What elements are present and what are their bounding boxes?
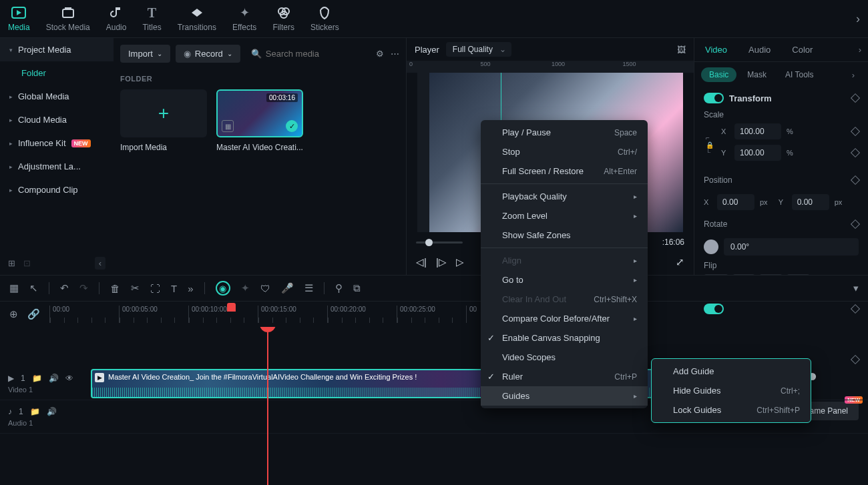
more-icon[interactable]: ⋯ bbox=[391, 49, 399, 59]
track-link-icon[interactable]: 🔗 bbox=[27, 308, 40, 320]
search-media[interactable]: 🔍 bbox=[246, 46, 371, 61]
shield-icon[interactable]: 🛡 bbox=[260, 283, 270, 294]
clip-play-icon: ▶ bbox=[95, 373, 104, 382]
rotate-input[interactable] bbox=[724, 238, 859, 256]
timeline-ruler[interactable]: 00:00 00:00:05:00 00:00:10:00 00:00:15:0… bbox=[49, 306, 859, 323]
mic-icon[interactable]: 🎤 bbox=[281, 282, 294, 294]
menu-compare-color[interactable]: Compare Color Before/After▸ bbox=[481, 309, 648, 328]
playhead-line[interactable]: ✂ bbox=[267, 327, 268, 485]
marker-icon[interactable]: ▾ bbox=[853, 282, 859, 294]
tab-effects[interactable]: ✦ Effects bbox=[232, 5, 256, 32]
sidebar-compound-clip[interactable]: ▸Compound Clip bbox=[0, 178, 114, 201]
menu-fullscreen[interactable]: Full Screen / RestoreAlt+Enter bbox=[481, 161, 648, 181]
sidebar-project-media[interactable]: ▾Project Media bbox=[0, 38, 114, 61]
sidebar-global-media[interactable]: ▸Global Media bbox=[0, 85, 114, 108]
delete-icon[interactable]: 🗑 bbox=[110, 283, 120, 294]
next-frame-icon[interactable]: |▷ bbox=[436, 256, 447, 268]
tab-transitions[interactable]: Transitions bbox=[178, 5, 216, 32]
snapshot-icon[interactable]: 🖼 bbox=[677, 45, 686, 55]
tab-audio[interactable]: Audio bbox=[106, 5, 127, 32]
zoom-slider[interactable] bbox=[416, 241, 463, 244]
media-clip-card[interactable]: 00:03:16 ▦ ✓ Master AI Video Creati... bbox=[216, 89, 303, 152]
playhead[interactable] bbox=[227, 303, 236, 312]
scale-x-input[interactable] bbox=[734, 123, 781, 139]
ai-icon[interactable]: ◉ bbox=[216, 281, 230, 296]
toolbar-more-icon[interactable]: › bbox=[856, 12, 860, 26]
transform-toggle[interactable] bbox=[704, 93, 724, 103]
subtab-mask[interactable]: Mask bbox=[739, 67, 775, 82]
search-input[interactable] bbox=[266, 49, 365, 59]
collapse-sidebar-icon[interactable]: ‹ bbox=[95, 257, 105, 270]
pointer-icon[interactable]: ↖ bbox=[29, 282, 38, 294]
tab-video[interactable]: Video bbox=[694, 38, 738, 61]
pos-x-input[interactable] bbox=[717, 194, 754, 210]
folder-icon[interactable]: 📁 bbox=[32, 374, 42, 383]
menu-hide-guides[interactable]: Hide GuidesCtrl+; bbox=[652, 381, 811, 400]
more-tools-icon[interactable]: » bbox=[188, 283, 193, 294]
list-icon[interactable]: ☰ bbox=[304, 282, 313, 294]
keyframe-icon[interactable] bbox=[851, 219, 860, 229]
import-button[interactable]: Import⌄ bbox=[120, 45, 170, 63]
tab-audio-inspector[interactable]: Audio bbox=[738, 38, 781, 61]
new-bin-icon[interactable]: ⊡ bbox=[23, 258, 31, 268]
keyframe-icon[interactable] bbox=[851, 93, 860, 103]
pos-y-input[interactable] bbox=[792, 194, 829, 210]
play-icon[interactable]: ▷ bbox=[456, 256, 464, 268]
tab-stock-media[interactable]: Stock Media bbox=[46, 5, 90, 32]
subtab-ai-tools[interactable]: AI Tools bbox=[777, 67, 821, 82]
sidebar-folder[interactable]: Folder bbox=[0, 61, 114, 85]
folder-icon[interactable]: 📁 bbox=[30, 407, 40, 416]
tab-stickers[interactable]: Stickers bbox=[310, 5, 339, 32]
sparkle-icon[interactable]: ✦ bbox=[241, 282, 250, 294]
menu-add-guide[interactable]: Add Guide bbox=[652, 362, 811, 381]
menu-goto[interactable]: Go to▸ bbox=[481, 270, 648, 290]
menu-guides[interactable]: Guides▸ bbox=[481, 386, 648, 406]
rotate-dial[interactable] bbox=[704, 239, 718, 254]
prev-frame-icon[interactable]: ◁| bbox=[416, 256, 427, 268]
keyframe-icon[interactable] bbox=[851, 127, 860, 136]
new-folder-icon[interactable]: ⊞ bbox=[8, 258, 15, 268]
menu-ruler[interactable]: ✓RulerCtrl+P bbox=[481, 367, 648, 386]
expand-icon[interactable]: ⤢ bbox=[676, 256, 684, 268]
audio-icon: ♪ bbox=[8, 407, 12, 416]
menu-zoom-level[interactable]: Zoom Level▸ bbox=[481, 206, 648, 225]
text-icon[interactable]: T bbox=[171, 283, 177, 294]
chevron-right-icon[interactable]: › bbox=[845, 70, 861, 80]
chevron-right-icon[interactable]: › bbox=[852, 45, 868, 55]
filter-icon[interactable]: ⚙ bbox=[376, 49, 384, 59]
menu-video-scopes[interactable]: Video Scopes bbox=[481, 348, 648, 367]
scale-y-input[interactable] bbox=[734, 145, 781, 161]
import-media-card[interactable]: + Import Media bbox=[120, 89, 207, 152]
tab-color[interactable]: Color bbox=[781, 38, 823, 61]
cut-icon[interactable]: ✂ bbox=[131, 282, 140, 294]
menu-lock-guides[interactable]: Lock GuidesCtrl+Shift+P bbox=[652, 400, 811, 420]
subtab-basic[interactable]: Basic bbox=[701, 67, 736, 82]
keyframe-icon[interactable] bbox=[851, 175, 860, 185]
link-icon[interactable]: ⧉ bbox=[353, 282, 361, 294]
layout-icon[interactable]: ▦ bbox=[9, 282, 19, 294]
crop-icon[interactable]: ⛶ bbox=[150, 283, 160, 294]
menu-stop[interactable]: StopCtrl+/ bbox=[481, 142, 648, 161]
keyframe-icon[interactable] bbox=[851, 148, 860, 157]
menu-playback-quality[interactable]: Playback Quality▸ bbox=[481, 187, 648, 206]
record-button[interactable]: ◉Record⌄ bbox=[176, 45, 240, 63]
quality-dropdown[interactable]: Full Quality bbox=[446, 42, 511, 57]
sidebar-influence-kit[interactable]: ▸Influence KitNEW bbox=[0, 131, 114, 155]
link-icon[interactable]: ⌐🔒└ bbox=[704, 134, 716, 156]
mute-icon[interactable]: 🔊 bbox=[49, 374, 59, 383]
sidebar-cloud-media[interactable]: ▸Cloud Media bbox=[0, 108, 114, 131]
menu-safe-zones[interactable]: Show Safe Zones bbox=[481, 225, 648, 245]
magnet-icon[interactable]: ⚲ bbox=[335, 282, 343, 294]
redo-icon[interactable]: ↷ bbox=[79, 282, 88, 294]
tab-titles[interactable]: T Titles bbox=[142, 5, 161, 32]
menu-play-pause[interactable]: Play / PauseSpace bbox=[481, 123, 648, 142]
track-add-icon[interactable]: ⊕ bbox=[9, 308, 18, 320]
undo-icon[interactable]: ↶ bbox=[60, 282, 69, 294]
tab-media[interactable]: Media bbox=[8, 5, 30, 32]
menu-canvas-snapping[interactable]: ✓Enable Canvas Snapping bbox=[481, 328, 648, 348]
visibility-icon[interactable]: 👁 bbox=[65, 374, 73, 383]
mute-icon[interactable]: 🔊 bbox=[47, 407, 57, 416]
tab-filters[interactable]: Filters bbox=[272, 5, 294, 32]
media-panel: Import⌄ ◉Record⌄ 🔍 ⚙ ⋯ FOLDER + Import M… bbox=[114, 38, 406, 275]
sidebar-adjustment-layer[interactable]: ▸Adjustment La... bbox=[0, 155, 114, 178]
